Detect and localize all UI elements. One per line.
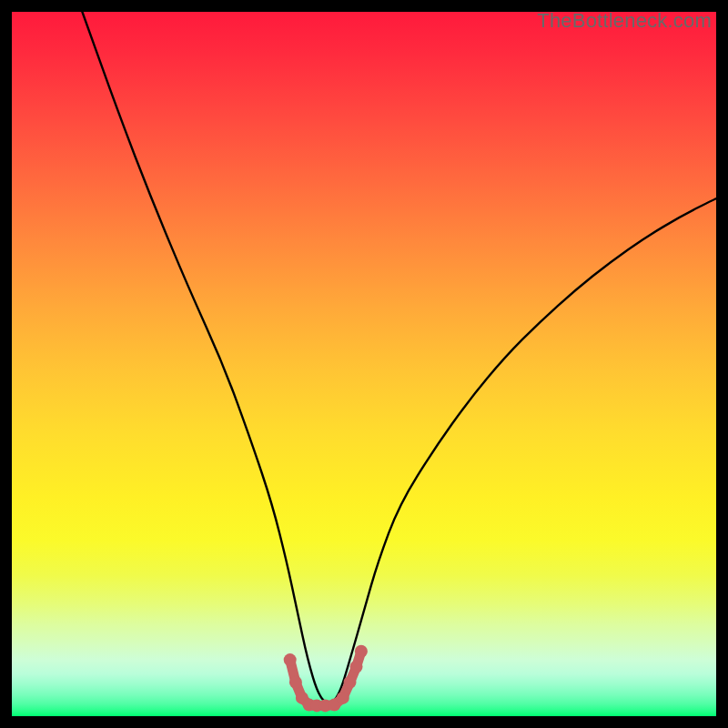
highlight-markers xyxy=(284,645,368,713)
plot-area xyxy=(12,12,716,716)
highlight-dot xyxy=(284,653,297,666)
bottleneck-curve xyxy=(82,12,716,703)
attribution-text: TheBottleneck.com xyxy=(537,9,712,33)
highlight-dot xyxy=(355,645,368,658)
highlight-dot xyxy=(350,661,363,673)
highlight-dot xyxy=(289,676,302,689)
curve-layer xyxy=(12,12,716,716)
highlight-dot xyxy=(344,676,357,689)
highlight-dot xyxy=(337,692,349,704)
chart-stage: TheBottleneck.com xyxy=(0,0,728,728)
